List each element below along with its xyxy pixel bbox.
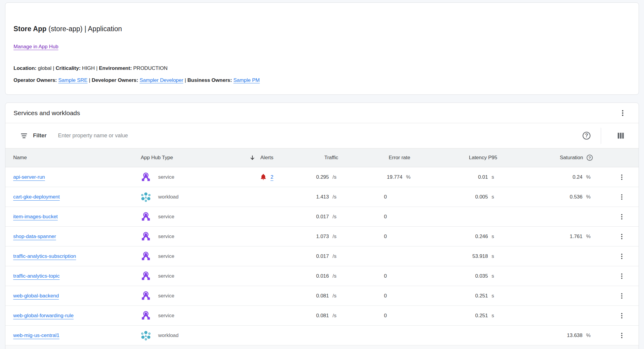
latency-unit: s [488,234,501,240]
service-name-link[interactable]: api-server-run [13,174,45,180]
latency-value: 0.251 [414,313,488,319]
service-name-link[interactable]: web-global-backend [13,293,59,299]
table-row: shop-data-spanner service 1.073/s 0 0.24… [5,227,639,246]
more-actions-icon [618,253,625,260]
service-name-link[interactable]: web-mig-us-central1 [13,333,59,338]
latency-value: 53.918 [414,253,488,259]
traffic-cell: 0.081/s [275,293,342,299]
row-actions-button[interactable] [617,291,627,301]
column-header-saturation[interactable]: Saturation [501,154,597,161]
error-rate-cell: 0 [342,214,414,220]
error-rate-cell: 0 [342,194,414,200]
row-actions-button[interactable] [617,271,627,281]
latency-cell: 0.251s [414,313,501,319]
table-body: api-server-run service 2 0.295/s 19.774%… [5,167,639,345]
row-actions-button[interactable] [617,192,627,202]
separator: | [95,65,99,71]
more-actions-icon [618,193,625,201]
application-summary-card: Store App (store-app) | Application Mana… [5,2,639,95]
row-actions-button[interactable] [617,172,627,182]
table-row: api-server-run service 2 0.295/s 19.774%… [5,167,639,187]
error-rate-unit: % [402,174,414,180]
latency-cell: 0.035s [414,273,501,279]
saturation-help-icon[interactable] [586,154,593,161]
owner-link[interactable]: Sample SRE [58,77,87,83]
service-name-link[interactable]: shop-data-spanner [13,234,56,239]
error-rate-cell: 0 [342,313,414,319]
workload-icon [141,192,151,202]
manage-in-app-hub-link[interactable]: Manage in App Hub [14,44,58,50]
service-name-link[interactable]: traffic-analytics-subscription [13,253,76,259]
service-icon [141,231,151,242]
service-icon [141,251,151,261]
meta-label: Business Owners: [188,77,232,83]
column-header-latency-p95[interactable]: Latency P95 [414,155,501,161]
saturation-cell: 1.761% [501,234,597,240]
traffic-unit: /s [329,293,342,299]
filter-input[interactable] [57,132,581,139]
app-hub-type-label: service [158,313,174,319]
column-display-icon [616,131,625,140]
filter-label[interactable]: Filter [33,133,47,139]
latency-unit: s [488,194,501,200]
column-header-error-rate[interactable]: Error rate [342,155,414,161]
panel-title: Services and workloads [14,109,80,117]
service-name-link[interactable]: cart-gke-deployment [13,194,60,200]
error-rate-value: 0 [342,214,402,220]
service-name-link[interactable]: item-images-bucket [13,214,58,219]
traffic-unit: /s [329,174,342,180]
row-actions-button[interactable] [617,331,627,340]
traffic-cell: 1.073/s [275,234,342,240]
latency-cell: 0.251s [414,293,501,299]
alert-count-link[interactable]: 2 [271,174,273,180]
row-actions-button[interactable] [617,311,627,321]
saturation-value: 13.638 [501,333,582,339]
service-icon [141,291,151,301]
table-header-row: Name App Hub Type Alerts Traffic Error r… [5,148,639,167]
latency-value: 0.01 [414,174,488,180]
row-actions-button[interactable] [617,212,627,222]
column-header-alerts[interactable]: Alerts [239,154,275,161]
service-name-link[interactable]: traffic-analytics-topic [13,273,60,279]
latency-unit: s [488,313,501,319]
service-icon [141,172,151,182]
column-header-traffic[interactable]: Traffic [275,155,342,161]
traffic-cell: 0.081/s [275,313,342,319]
latency-unit: s [488,174,501,180]
filter-help-button[interactable] [581,130,592,142]
latency-value: 0.035 [414,273,488,279]
column-display-button[interactable] [615,130,627,142]
traffic-unit: /s [329,313,342,319]
app-hub-type-label: workload [158,333,179,339]
owner-link[interactable]: Sampler Developer [140,77,183,83]
traffic-cell: 1.413/s [275,194,342,200]
more-actions-icon [619,109,627,117]
table-row: web-global-forwarding-rule service 0.081… [5,306,639,326]
row-actions-button[interactable] [617,232,627,241]
app-hub-type-label: workload [158,194,179,200]
app-hub-type-label: service [158,293,174,299]
table-row: web-global-backend service 0.081/s 0 0.2… [5,286,639,306]
help-icon [582,131,591,140]
app-hub-type-label: service [158,174,174,180]
meta-label: Environment: [99,65,132,71]
traffic-value: 0.081 [275,293,329,299]
row-actions-button[interactable] [617,252,627,261]
column-header-name[interactable]: Name [13,155,138,161]
more-actions-icon [618,332,625,339]
panel-more-actions-button[interactable] [618,108,628,118]
more-actions-icon [618,174,625,181]
meta-label: Location: [14,65,37,71]
column-header-app-hub-type[interactable]: App Hub Type [138,155,239,161]
error-rate-value: 0 [342,234,402,240]
error-rate-value: 0 [342,194,402,200]
app-name-suffix: (store-app) | Application [47,25,122,33]
latency-cell: 0.01s [414,174,501,180]
service-name-link[interactable]: web-global-forwarding-rule [13,313,74,318]
owner-link[interactable]: Sample PM [233,77,260,83]
table-footer [5,345,639,349]
sort-descending-icon [249,154,256,161]
traffic-value: 0.016 [275,273,329,279]
latency-value: 0.005 [414,194,488,200]
service-icon [141,311,151,321]
